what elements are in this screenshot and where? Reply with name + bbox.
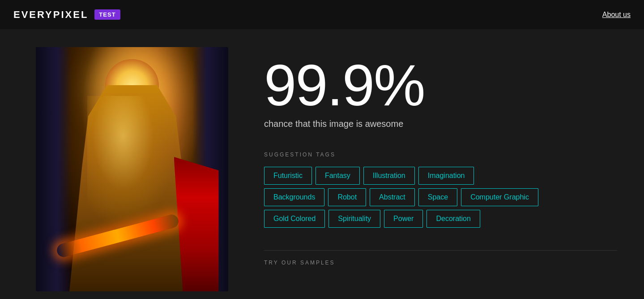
image-section [36, 47, 228, 291]
tag-power[interactable]: Power [384, 210, 423, 228]
tag-futuristic[interactable]: Futuristic [264, 167, 312, 185]
tags-row-3: Gold Colored Spirituality Power Decorati… [264, 210, 604, 228]
tag-imagination[interactable]: Imagination [418, 167, 474, 185]
tag-computer-graphic[interactable]: Computer Graphic [461, 188, 538, 206]
logo: EVERYPIXEL [13, 9, 88, 21]
tags-container: Futuristic Fantasy Illustration Imaginat… [264, 167, 604, 228]
test-badge: TEST [94, 9, 120, 20]
suggestion-label: SUGGESTION TAGS [264, 152, 617, 158]
results-section: 99.9% chance that this image is awesome … [264, 47, 617, 266]
warrior-scene [36, 47, 228, 291]
tag-backgrounds[interactable]: Backgrounds [264, 188, 324, 206]
header-left: EVERYPIXEL TEST [13, 9, 120, 21]
subtitle-text: chance that this image is awesome [264, 119, 617, 129]
header: EVERYPIXEL TEST About us [0, 0, 644, 29]
tag-robot[interactable]: Robot [328, 188, 366, 206]
tags-row-1: Futuristic Fantasy Illustration Imaginat… [264, 167, 604, 185]
tags-row-2: Backgrounds Robot Abstract Space Compute… [264, 188, 604, 206]
uploaded-image [36, 47, 228, 291]
main-content: 99.9% chance that this image is awesome … [0, 29, 644, 299]
tag-abstract[interactable]: Abstract [370, 188, 415, 206]
tag-fantasy[interactable]: Fantasy [316, 167, 360, 185]
tag-gold-colored[interactable]: Gold Colored [264, 210, 325, 228]
tag-spirituality[interactable]: Spirituality [328, 210, 380, 228]
try-samples-label: TRY OUR SAMPLES [264, 260, 617, 266]
warrior-armor-shine [87, 96, 177, 230]
tag-illustration[interactable]: Illustration [363, 167, 415, 185]
tag-space[interactable]: Space [418, 188, 457, 206]
about-us-link[interactable]: About us [602, 11, 631, 19]
tag-decoration[interactable]: Decoration [426, 210, 480, 228]
percentage-text: 99.9% [264, 56, 617, 114]
try-samples-section: TRY OUR SAMPLES [264, 250, 617, 266]
